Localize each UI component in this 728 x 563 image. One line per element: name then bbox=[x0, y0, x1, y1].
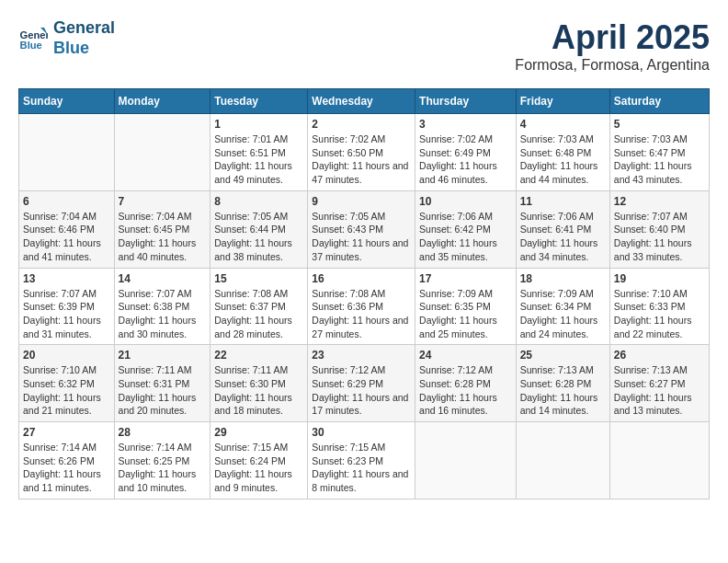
calendar-cell: 23Sunrise: 7:12 AMSunset: 6:29 PMDayligh… bbox=[308, 345, 415, 422]
day-info: Sunrise: 7:08 AMSunset: 6:37 PMDaylight:… bbox=[214, 287, 303, 341]
calendar-cell: 27Sunrise: 7:14 AMSunset: 6:26 PMDayligh… bbox=[19, 422, 115, 500]
day-number: 20 bbox=[23, 349, 110, 362]
logo-text: GeneralBlue bbox=[53, 18, 115, 58]
day-number: 21 bbox=[119, 349, 207, 362]
calendar-cell: 3Sunrise: 7:02 AMSunset: 6:49 PMDaylight… bbox=[415, 114, 517, 191]
day-info: Sunrise: 7:12 AMSunset: 6:28 PMDaylight:… bbox=[419, 363, 512, 418]
calendar-cell: 25Sunrise: 7:13 AMSunset: 6:28 PMDayligh… bbox=[516, 345, 609, 422]
day-number: 14 bbox=[119, 272, 207, 285]
day-info: Sunrise: 7:07 AMSunset: 6:38 PMDaylight:… bbox=[119, 287, 207, 341]
day-info: Sunrise: 7:13 AMSunset: 6:27 PMDaylight:… bbox=[614, 363, 705, 418]
calendar-cell: 28Sunrise: 7:14 AMSunset: 6:25 PMDayligh… bbox=[114, 422, 210, 500]
title-block: April 2025 Formosa, Formosa, Argentina bbox=[515, 18, 710, 74]
day-header-sunday: Sunday bbox=[19, 89, 115, 114]
calendar-cell bbox=[114, 114, 210, 191]
day-number: 8 bbox=[214, 195, 303, 208]
calendar-cell: 30Sunrise: 7:15 AMSunset: 6:23 PMDayligh… bbox=[308, 422, 415, 500]
day-number: 18 bbox=[520, 272, 606, 285]
day-info: Sunrise: 7:04 AMSunset: 6:45 PMDaylight:… bbox=[119, 210, 207, 264]
month-title: April 2025 bbox=[515, 18, 710, 57]
calendar-week-row: 1Sunrise: 7:01 AMSunset: 6:51 PMDaylight… bbox=[19, 114, 710, 191]
day-header-saturday: Saturday bbox=[609, 89, 709, 114]
day-number: 15 bbox=[214, 272, 303, 285]
calendar-cell: 12Sunrise: 7:07 AMSunset: 6:40 PMDayligh… bbox=[609, 190, 709, 268]
day-info: Sunrise: 7:02 AMSunset: 6:49 PMDaylight:… bbox=[419, 132, 512, 187]
calendar-cell: 1Sunrise: 7:01 AMSunset: 6:51 PMDaylight… bbox=[210, 114, 308, 191]
day-number: 1 bbox=[214, 118, 303, 131]
day-number: 22 bbox=[214, 349, 303, 362]
day-info: Sunrise: 7:14 AMSunset: 6:26 PMDaylight:… bbox=[23, 441, 110, 495]
day-number: 23 bbox=[312, 349, 411, 362]
calendar-header-row: SundayMondayTuesdayWednesdayThursdayFrid… bbox=[19, 89, 710, 114]
calendar-cell bbox=[415, 422, 517, 500]
day-info: Sunrise: 7:07 AMSunset: 6:39 PMDaylight:… bbox=[23, 287, 110, 341]
day-number: 13 bbox=[23, 272, 110, 285]
calendar-cell: 4Sunrise: 7:03 AMSunset: 6:48 PMDaylight… bbox=[516, 114, 609, 191]
calendar-cell: 5Sunrise: 7:03 AMSunset: 6:47 PMDaylight… bbox=[609, 114, 709, 191]
day-info: Sunrise: 7:06 AMSunset: 6:41 PMDaylight:… bbox=[520, 210, 606, 264]
calendar-cell: 16Sunrise: 7:08 AMSunset: 6:36 PMDayligh… bbox=[308, 268, 415, 345]
day-info: Sunrise: 7:10 AMSunset: 6:33 PMDaylight:… bbox=[614, 287, 705, 341]
day-info: Sunrise: 7:14 AMSunset: 6:25 PMDaylight:… bbox=[119, 441, 207, 495]
day-header-tuesday: Tuesday bbox=[210, 89, 308, 114]
calendar-week-row: 13Sunrise: 7:07 AMSunset: 6:39 PMDayligh… bbox=[19, 268, 710, 345]
day-info: Sunrise: 7:06 AMSunset: 6:42 PMDaylight:… bbox=[419, 210, 512, 264]
day-number: 3 bbox=[419, 118, 512, 131]
day-number: 16 bbox=[312, 272, 411, 285]
day-info: Sunrise: 7:15 AMSunset: 6:24 PMDaylight:… bbox=[214, 441, 303, 495]
calendar-cell: 8Sunrise: 7:05 AMSunset: 6:44 PMDaylight… bbox=[210, 190, 308, 268]
day-header-thursday: Thursday bbox=[415, 89, 517, 114]
day-info: Sunrise: 7:07 AMSunset: 6:40 PMDaylight:… bbox=[614, 210, 705, 264]
day-info: Sunrise: 7:15 AMSunset: 6:23 PMDaylight:… bbox=[312, 441, 411, 495]
calendar-cell bbox=[609, 422, 709, 500]
day-info: Sunrise: 7:03 AMSunset: 6:47 PMDaylight:… bbox=[614, 132, 705, 187]
day-info: Sunrise: 7:05 AMSunset: 6:44 PMDaylight:… bbox=[214, 210, 303, 264]
calendar-cell: 19Sunrise: 7:10 AMSunset: 6:33 PMDayligh… bbox=[609, 268, 709, 345]
logo-icon: General Blue bbox=[18, 24, 48, 53]
day-info: Sunrise: 7:13 AMSunset: 6:28 PMDaylight:… bbox=[520, 363, 606, 418]
day-header-monday: Monday bbox=[114, 89, 210, 114]
day-info: Sunrise: 7:09 AMSunset: 6:34 PMDaylight:… bbox=[520, 287, 606, 341]
calendar-cell: 18Sunrise: 7:09 AMSunset: 6:34 PMDayligh… bbox=[516, 268, 609, 345]
day-info: Sunrise: 7:09 AMSunset: 6:35 PMDaylight:… bbox=[419, 287, 512, 341]
calendar-cell: 11Sunrise: 7:06 AMSunset: 6:41 PMDayligh… bbox=[516, 190, 609, 268]
day-number: 25 bbox=[520, 349, 606, 362]
day-number: 9 bbox=[312, 195, 411, 208]
calendar-cell: 20Sunrise: 7:10 AMSunset: 6:32 PMDayligh… bbox=[19, 345, 115, 422]
calendar-cell bbox=[19, 114, 115, 191]
calendar-cell: 13Sunrise: 7:07 AMSunset: 6:39 PMDayligh… bbox=[19, 268, 115, 345]
calendar-cell: 21Sunrise: 7:11 AMSunset: 6:31 PMDayligh… bbox=[114, 345, 210, 422]
day-number: 12 bbox=[614, 195, 705, 208]
day-number: 7 bbox=[119, 195, 207, 208]
day-header-friday: Friday bbox=[516, 89, 609, 114]
day-number: 2 bbox=[312, 118, 411, 131]
day-info: Sunrise: 7:03 AMSunset: 6:48 PMDaylight:… bbox=[520, 132, 606, 187]
calendar-cell: 7Sunrise: 7:04 AMSunset: 6:45 PMDaylight… bbox=[114, 190, 210, 268]
calendar-table: SundayMondayTuesdayWednesdayThursdayFrid… bbox=[18, 88, 710, 500]
location-subtitle: Formosa, Formosa, Argentina bbox=[515, 57, 710, 74]
day-number: 6 bbox=[23, 195, 110, 208]
day-number: 28 bbox=[119, 426, 207, 439]
day-info: Sunrise: 7:01 AMSunset: 6:51 PMDaylight:… bbox=[214, 132, 303, 187]
day-info: Sunrise: 7:08 AMSunset: 6:36 PMDaylight:… bbox=[312, 287, 411, 341]
day-number: 30 bbox=[312, 426, 411, 439]
calendar-week-row: 20Sunrise: 7:10 AMSunset: 6:32 PMDayligh… bbox=[19, 345, 710, 422]
day-number: 27 bbox=[23, 426, 110, 439]
day-info: Sunrise: 7:02 AMSunset: 6:50 PMDaylight:… bbox=[312, 132, 411, 187]
calendar-week-row: 6Sunrise: 7:04 AMSunset: 6:46 PMDaylight… bbox=[19, 190, 710, 268]
day-number: 24 bbox=[419, 349, 512, 362]
page-header: General Blue GeneralBlue April 2025 Form… bbox=[18, 18, 710, 74]
day-number: 26 bbox=[614, 349, 705, 362]
day-number: 11 bbox=[520, 195, 606, 208]
day-header-wednesday: Wednesday bbox=[308, 89, 415, 114]
day-info: Sunrise: 7:04 AMSunset: 6:46 PMDaylight:… bbox=[23, 210, 110, 264]
calendar-cell: 17Sunrise: 7:09 AMSunset: 6:35 PMDayligh… bbox=[415, 268, 517, 345]
day-info: Sunrise: 7:11 AMSunset: 6:30 PMDaylight:… bbox=[214, 363, 303, 418]
day-info: Sunrise: 7:10 AMSunset: 6:32 PMDaylight:… bbox=[23, 363, 110, 418]
calendar-cell bbox=[516, 422, 609, 500]
day-number: 4 bbox=[520, 118, 606, 131]
day-number: 29 bbox=[214, 426, 303, 439]
calendar-cell: 2Sunrise: 7:02 AMSunset: 6:50 PMDaylight… bbox=[308, 114, 415, 191]
logo: General Blue GeneralBlue bbox=[18, 18, 115, 58]
calendar-cell: 9Sunrise: 7:05 AMSunset: 6:43 PMDaylight… bbox=[308, 190, 415, 268]
